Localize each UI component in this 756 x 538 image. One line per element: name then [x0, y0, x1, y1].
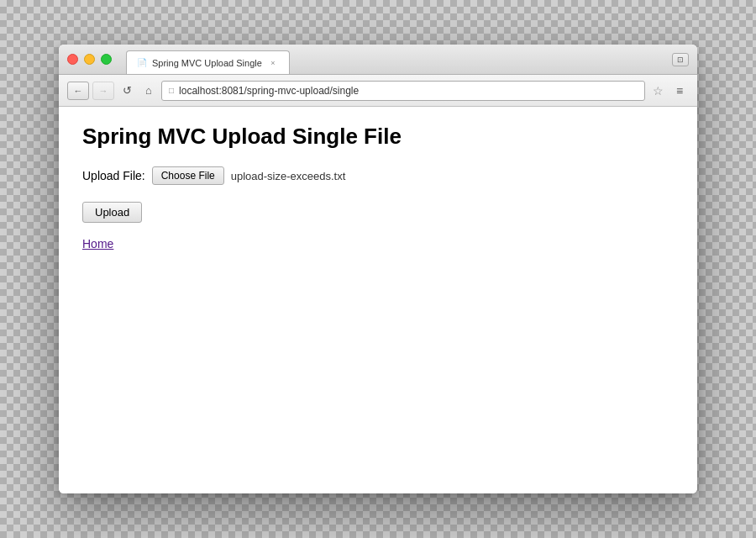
window-resize-button[interactable]: ⊡	[672, 53, 689, 66]
tab-bar: 📄 Spring MVC Upload Single ×	[126, 45, 290, 74]
title-bar-controls: ⊡	[672, 53, 689, 66]
choose-file-button[interactable]: Choose File	[152, 166, 224, 185]
back-button[interactable]: ←	[67, 82, 89, 100]
close-button[interactable]	[67, 54, 78, 65]
traffic-lights	[67, 54, 112, 65]
refresh-icon: ↺	[123, 84, 132, 97]
menu-icon: ≡	[676, 84, 683, 98]
browser-menu-button[interactable]: ≡	[670, 82, 689, 100]
toolbar: ← → ↺ ⌂ □ localhost:8081/spring-mvc-uplo…	[59, 75, 697, 107]
tab-title: Spring MVC Upload Single	[152, 58, 262, 68]
upload-file-row: Upload File: Choose File upload-size-exc…	[82, 166, 674, 185]
maximize-button[interactable]	[101, 54, 112, 65]
minimize-button[interactable]	[84, 54, 95, 65]
address-bar[interactable]: □ localhost:8081/spring-mvc-upload/singl…	[161, 81, 645, 101]
tab-icon: 📄	[137, 58, 147, 67]
page-title: Spring MVC Upload Single File	[82, 124, 674, 150]
address-text: localhost:8081/spring-mvc-upload/single	[179, 85, 359, 97]
home-link[interactable]: Home	[82, 237, 113, 251]
refresh-button[interactable]: ↺	[118, 82, 136, 100]
selected-file-name: upload-size-exceeds.txt	[231, 170, 346, 182]
page-content: Spring MVC Upload Single File Upload Fil…	[59, 107, 697, 493]
back-arrow-icon: ←	[74, 86, 83, 96]
address-lock-icon: □	[169, 86, 174, 95]
tab-close-button[interactable]: ×	[267, 57, 279, 69]
star-icon: ☆	[653, 84, 664, 98]
forward-button[interactable]: →	[92, 82, 114, 100]
active-tab[interactable]: 📄 Spring MVC Upload Single ×	[126, 50, 290, 74]
title-bar: 📄 Spring MVC Upload Single × ⊡	[59, 45, 697, 75]
home-button[interactable]: ⌂	[139, 82, 158, 100]
bookmark-button[interactable]: ☆	[648, 82, 667, 100]
home-icon: ⌂	[145, 84, 152, 97]
forward-arrow-icon: →	[99, 86, 108, 96]
upload-button[interactable]: Upload	[82, 202, 142, 223]
browser-window: 📄 Spring MVC Upload Single × ⊡ ← → ↺ ⌂ □…	[59, 45, 697, 493]
upload-file-label: Upload File:	[82, 169, 145, 182]
